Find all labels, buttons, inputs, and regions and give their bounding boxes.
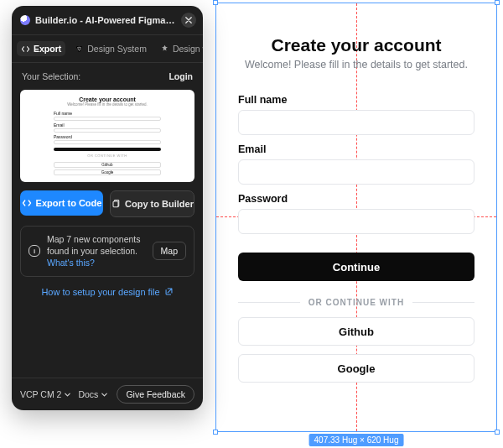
divider-text: OR CONTINUE WITH (309, 298, 404, 307)
builder-plugin-panel: Builder.io - AI-Powered Figma to Code (R… (12, 6, 203, 410)
login-link[interactable]: Login (169, 71, 193, 81)
panel-title: Builder.io - AI-Powered Figma to Code (R… (35, 15, 176, 25)
resize-handle-tl[interactable] (213, 0, 218, 5)
give-feedback-button[interactable]: Give Feedback (117, 385, 194, 404)
export-to-code-label: Export to Code (36, 198, 102, 208)
howto-link[interactable]: How to setup your design file (20, 285, 194, 297)
map-button[interactable]: Map (153, 242, 186, 260)
tab-design-system[interactable]: Design System (70, 41, 151, 56)
preview-github-btn: Github (54, 162, 161, 168)
label-password: Password (238, 193, 474, 205)
figma-selection-frame[interactable]: ✳ 407.33 Hug × 620 Hug Create your accou… (215, 3, 497, 432)
copy-to-builder-label: Copy to Builder (125, 199, 194, 209)
preview-input (54, 128, 161, 133)
preview-input (54, 117, 161, 121)
chevron-down-icon (101, 391, 108, 399)
info-icon: i (29, 245, 40, 257)
preview-label-password: Password (54, 134, 161, 139)
resize-handle-br[interactable] (495, 430, 500, 435)
project-name: VCP CM 2 (20, 389, 61, 399)
input-email[interactable] (238, 159, 474, 185)
form-subtitle: Welcome! Please fill in the details to g… (238, 59, 474, 70)
preview-inner: Create your account Welcome! Please fill… (54, 96, 161, 175)
panel-tabs: Export Design System Design with AI (12, 35, 203, 63)
howto-label: How to setup your design file (41, 287, 159, 297)
component-map-infobox: i Map 7 new components found in your sel… (20, 226, 194, 277)
divider: OR CONTINUE WITH (238, 298, 474, 307)
tab-design-with-ai[interactable]: Design with AI (156, 41, 203, 56)
panel-header: Builder.io - AI-Powered Figma to Code (R… (12, 6, 203, 35)
builder-logo-icon (20, 15, 30, 25)
preview-label-fullname: Full name (54, 111, 161, 116)
preview-label-email: Email (54, 122, 161, 128)
resize-handle-tr[interactable] (495, 0, 500, 5)
dimension-badge: 407.33 Hug × 620 Hug (309, 434, 404, 446)
input-password[interactable] (238, 209, 474, 234)
docs-label: Docs (78, 389, 98, 399)
continue-button[interactable]: Continue (238, 253, 474, 281)
external-link-icon (164, 287, 174, 296)
close-icon[interactable] (181, 13, 196, 28)
tab-export-label: Export (34, 44, 61, 54)
preview-google-btn: Google (54, 169, 161, 175)
export-to-code-button[interactable]: Export to Code (20, 190, 103, 216)
tab-design-with-ai-label: Design with AI (173, 44, 203, 54)
google-button[interactable]: Google (238, 354, 474, 383)
label-fullname: Full name (238, 94, 474, 106)
preview-subtitle: Welcome! Please fill in the details to g… (54, 102, 161, 107)
preview-input (54, 140, 161, 144)
selection-header: Your Selection: Login (20, 70, 194, 81)
chevron-down-icon (64, 391, 71, 399)
copy-to-builder-button[interactable]: Copy to Builder (110, 190, 194, 217)
selection-preview[interactable]: Create your account Welcome! Please fill… (20, 90, 194, 182)
svg-rect-3 (113, 201, 118, 207)
action-buttons: Export to Code Copy to Builder (20, 190, 194, 217)
preview-divider: OR CONTINUE WITH (54, 154, 161, 158)
label-email: Email (238, 143, 474, 155)
info-whats-this-link[interactable]: What's this? (47, 258, 95, 268)
form-title: Create your account (238, 35, 474, 55)
tab-export[interactable]: Export (17, 41, 65, 56)
preview-title: Create your account (54, 96, 161, 102)
info-text-main: Map 7 new components found in your selec… (47, 234, 140, 256)
panel-body: Your Selection: Login Create your accoun… (12, 63, 203, 304)
tab-design-system-label: Design System (87, 44, 147, 54)
input-fullname[interactable] (238, 110, 474, 135)
panel-footer: VCP CM 2 Docs Give Feedback (12, 378, 203, 410)
your-selection-label: Your Selection: (22, 71, 80, 81)
project-dropdown[interactable]: VCP CM 2 (20, 389, 71, 399)
docs-dropdown[interactable]: Docs (78, 389, 108, 399)
github-button[interactable]: Github (238, 317, 474, 346)
preview-continue-btn (54, 148, 161, 151)
resize-handle-bl[interactable] (213, 430, 218, 435)
info-text: Map 7 new components found in your selec… (47, 233, 146, 269)
signup-form-frame: Create your account Welcome! Please fill… (221, 8, 491, 426)
